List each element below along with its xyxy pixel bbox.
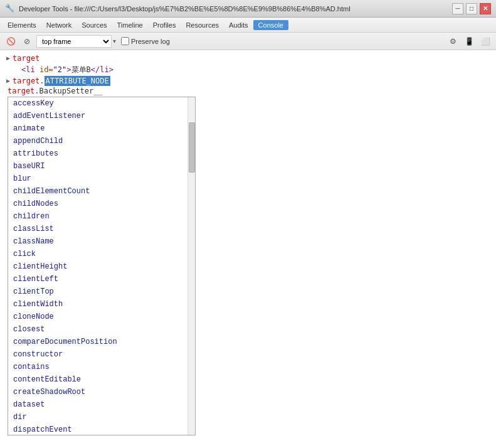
expand-spacer-2: ▶ — [13, 65, 21, 74]
autocomplete-dropdown: accessKeyaddEventListeneranimateappendCh… — [8, 97, 196, 435]
dock-icon: ⬜ — [481, 37, 490, 46]
autocomplete-item[interactable]: dataset — [8, 398, 187, 411]
autocomplete-prefix: target. — [8, 87, 40, 95]
dom-attr-value: "2" — [53, 65, 67, 74]
autocomplete-item[interactable]: closest — [8, 323, 187, 336]
menu-sources[interactable]: Sources — [77, 20, 112, 30]
frame-select-arrow: ▾ — [113, 38, 116, 45]
autocomplete-item[interactable]: clientWidth — [8, 298, 187, 311]
autocomplete-item[interactable]: constructor — [8, 348, 187, 361]
expand-arrow-1[interactable]: ▶ — [4, 54, 13, 63]
menubar: Elements Network Sources Timeline Profil… — [0, 18, 496, 33]
close-button[interactable]: ✕ — [480, 3, 491, 14]
maximize-button[interactable]: □ — [466, 3, 477, 14]
autocomplete-item[interactable]: childElementCount — [8, 185, 187, 198]
autocomplete-item[interactable]: children — [8, 210, 187, 223]
frame-select-input[interactable]: top frame — [36, 35, 112, 48]
autocomplete-input-row: target.BackupSetter__ — [4, 87, 492, 95]
autocomplete-item[interactable]: cloneNode — [8, 311, 187, 323]
frame-selector: top frame ▾ — [36, 35, 116, 48]
dom-target-prefix: target. — [13, 77, 45, 85]
autocomplete-item[interactable]: compareDocumentPosition — [8, 336, 187, 348]
autocomplete-input-text: BackupSetter__ — [40, 87, 103, 95]
autocomplete-item[interactable]: dispatchEvent — [8, 424, 187, 435]
devices-button[interactable]: 📱 — [462, 35, 476, 48]
menu-network[interactable]: Network — [41, 20, 77, 30]
menu-audits[interactable]: Audits — [224, 20, 253, 30]
dom-text-content: 菜单B — [71, 65, 91, 74]
settings-button[interactable]: ⚙ — [446, 35, 460, 48]
scrollbar-thumb[interactable] — [189, 122, 195, 173]
menu-resources[interactable]: Resources — [181, 20, 224, 30]
menu-timeline[interactable]: Timeline — [112, 20, 148, 30]
autocomplete-list[interactable]: accessKeyaddEventListeneranimateappendCh… — [8, 97, 187, 435]
app-icon: 🔧 — [5, 4, 15, 14]
titlebar: 🔧 Developer Tools - file:///C:/Users/l3/… — [0, 0, 496, 18]
autocomplete-item[interactable]: appendChild — [8, 135, 187, 147]
autocomplete-item[interactable]: baseURI — [8, 160, 187, 173]
dom-attribute-node: ATTRIBUTE_NODE — [45, 76, 110, 86]
dom-tag-close-bracket: > — [66, 65, 71, 74]
scrollbar-track[interactable] — [187, 97, 195, 435]
autocomplete-item[interactable]: clientTop — [8, 285, 187, 298]
autocomplete-item[interactable]: attributes — [8, 147, 187, 160]
dom-target-1: target — [13, 54, 40, 63]
autocomplete-item[interactable]: clientHeight — [8, 260, 187, 273]
minimize-button[interactable]: ─ — [452, 3, 463, 14]
autocomplete-item[interactable]: dir — [8, 411, 187, 424]
autocomplete-item[interactable]: click — [8, 248, 187, 260]
dock-button[interactable]: ⬜ — [478, 35, 492, 48]
menu-profiles[interactable]: Profiles — [148, 20, 181, 30]
dom-attr-id: id= — [35, 65, 53, 74]
autocomplete-item[interactable]: blur — [8, 173, 187, 185]
autocomplete-item[interactable]: animate — [8, 122, 187, 135]
window-title: Developer Tools - file:///C:/Users/l3/De… — [19, 5, 452, 13]
preserve-log-checkbox[interactable] — [121, 37, 129, 45]
toolbar: 🚫 ⊘ top frame ▾ Preserve log ⚙ 📱 ⬜ — [0, 33, 496, 50]
dom-line-3: ▶ target.ATTRIBUTE_NODE — [4, 75, 492, 87]
preserve-log-container: Preserve log — [121, 37, 170, 45]
devices-icon: 📱 — [465, 37, 474, 46]
autocomplete-item[interactable]: classList — [8, 223, 187, 235]
autocomplete-item[interactable]: createShadowRoot — [8, 386, 187, 398]
autocomplete-item[interactable]: contains — [8, 361, 187, 373]
window-controls: ─ □ ✕ — [452, 3, 491, 14]
filter-icon: ⊘ — [24, 37, 30, 46]
preserve-log-label: Preserve log — [131, 38, 170, 45]
autocomplete-item[interactable]: clientLeft — [8, 273, 187, 285]
dom-closing-tag: </li> — [91, 65, 113, 74]
autocomplete-item[interactable]: accessKey — [8, 97, 187, 110]
clear-icon: 🚫 — [6, 37, 16, 46]
autocomplete-item[interactable]: contentEditable — [8, 373, 187, 386]
clear-button[interactable]: 🚫 — [4, 35, 18, 48]
content-area: ▶ target ▶ <li id="2">菜单B</li> ▶ target.… — [0, 50, 496, 448]
dom-element-2: <li id="2">菜单B</li> — [21, 65, 113, 75]
menu-elements[interactable]: Elements — [3, 20, 41, 30]
autocomplete-item[interactable]: addEventListener — [8, 110, 187, 122]
dom-tag-open: <li — [21, 65, 35, 74]
menu-console[interactable]: Console — [253, 20, 288, 30]
toolbar-right: ⚙ 📱 ⬜ — [446, 35, 492, 48]
dom-line-2: ▶ <li id="2">菜单B</li> — [4, 64, 492, 75]
settings-icon: ⚙ — [450, 37, 456, 46]
autocomplete-item[interactable]: className — [8, 235, 187, 248]
filter-button[interactable]: ⊘ — [20, 35, 34, 48]
dom-line-1: ▶ target — [4, 53, 492, 64]
expand-arrow-3[interactable]: ▶ — [4, 77, 13, 85]
autocomplete-item[interactable]: childNodes — [8, 198, 187, 210]
